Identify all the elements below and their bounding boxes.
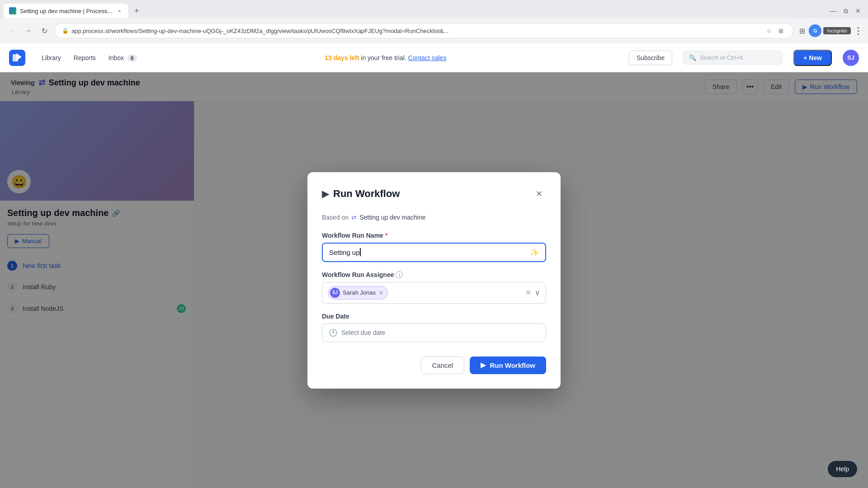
workflow-run-name-input[interactable]: Setting up ✨ xyxy=(322,243,546,262)
app-header: Library Reports Inbox 6 13 days left in … xyxy=(0,43,868,72)
run-workflow-modal-button[interactable]: ▶ Run Workflow xyxy=(470,357,546,374)
run-workflow-modal: ▶ Run Workflow ✕ Based on ⇄ Setting up d… xyxy=(307,172,561,389)
remove-assignee-icon[interactable]: ✕ xyxy=(378,290,384,296)
user-avatar[interactable]: SJ xyxy=(843,50,859,66)
trial-notice: 13 days left in your free trial. Contact… xyxy=(153,54,618,61)
help-button[interactable]: Help xyxy=(828,461,857,477)
new-button[interactable]: + New xyxy=(793,50,832,66)
reload-button[interactable]: ↻ xyxy=(38,24,51,37)
clear-assignee-icon[interactable]: ✕ xyxy=(525,288,531,297)
extensions-icon[interactable]: ⊞ xyxy=(776,26,786,36)
contact-sales-link[interactable]: Contact sales xyxy=(408,54,447,61)
based-on-name: Setting up dev machine xyxy=(359,214,425,221)
due-date-field[interactable]: 🕐 Select due date xyxy=(322,324,546,342)
tab-title: Setting up dev machine | Process... xyxy=(20,8,112,14)
toolbar-icons: ⊞ G Incognito ⋮ xyxy=(797,24,863,37)
more-options-icon[interactable]: ⋮ xyxy=(853,26,863,36)
modal-close-button[interactable]: ✕ xyxy=(532,187,546,201)
tab-favicon xyxy=(9,7,16,14)
modal-actions: Cancel ▶ Run Workflow xyxy=(322,357,546,374)
due-date-label: Due Date xyxy=(322,313,546,320)
back-button[interactable]: ← xyxy=(5,24,18,37)
assignee-name: Sarah Jonas xyxy=(343,289,376,296)
workflow-cycle-icon: ⇄ xyxy=(351,214,357,221)
search-placeholder: Search or Ctrl+K xyxy=(700,54,743,61)
trial-days-text: 13 days left xyxy=(325,54,359,61)
library-nav[interactable]: Library xyxy=(36,52,66,64)
incognito-badge[interactable]: Incognito xyxy=(823,27,851,34)
info-icon[interactable]: i xyxy=(396,271,403,278)
modal-overlay[interactable]: ▶ Run Workflow ✕ Based on ⇄ Setting up d… xyxy=(0,72,868,488)
magic-wand-icon[interactable]: ✨ xyxy=(530,248,539,257)
assignee-field[interactable]: SJ Sarah Jonas ✕ ✕ ∨ xyxy=(322,282,546,304)
workflow-run-name-value: Setting up xyxy=(329,249,360,256)
inbox-badge: 6 xyxy=(127,55,137,62)
address-icons: ☆ ⊞ xyxy=(764,26,786,36)
new-button-label: + New xyxy=(803,54,822,61)
forward-button[interactable]: → xyxy=(22,24,34,37)
required-star: * xyxy=(385,232,387,239)
assignee-dropdown-icon[interactable]: ∨ xyxy=(535,288,540,297)
inbox-nav[interactable]: Inbox 6 xyxy=(103,52,142,64)
workflow-run-name-group: Workflow Run Name * Setting up ✨ xyxy=(322,232,546,262)
modal-title-text: Run Workflow xyxy=(333,188,400,200)
assignee-avatar: SJ xyxy=(330,288,340,298)
run-workflow-play-icon: ▶ xyxy=(481,361,486,369)
reports-nav[interactable]: Reports xyxy=(68,52,101,64)
clock-icon: 🕐 xyxy=(329,328,338,337)
main-content: Viewing ⇄ Setting up dev machine Library… xyxy=(0,72,868,488)
modal-header: ▶ Run Workflow ✕ xyxy=(322,187,546,201)
modal-play-icon: ▶ xyxy=(322,188,329,199)
assignee-label: Workflow Run Assignee i xyxy=(322,271,546,278)
assignee-chip: SJ Sarah Jonas ✕ xyxy=(328,286,388,300)
window-controls: — ⧉ ✕ xyxy=(830,7,864,15)
run-workflow-modal-label: Run Workflow xyxy=(490,361,535,369)
window-restore-icon[interactable]: ⧉ xyxy=(844,7,848,15)
search-bar[interactable]: 🔍 Search or Ctrl+K xyxy=(683,51,783,65)
url-text: app.process.st/workflows/Setting-up-dev-… xyxy=(71,28,761,34)
modal-based-on: Based on ⇄ Setting up dev machine xyxy=(322,214,546,221)
profile-icon[interactable]: G xyxy=(809,24,821,37)
workflow-run-name-label: Workflow Run Name * xyxy=(322,232,546,239)
search-icon: 🔍 xyxy=(689,54,696,61)
subscribe-button[interactable]: Subscribe xyxy=(629,51,672,65)
tab-close-btn[interactable]: × xyxy=(116,7,123,14)
window-minimize-icon[interactable]: — xyxy=(830,7,836,14)
new-tab-button[interactable]: + xyxy=(130,5,143,17)
due-date-placeholder: Select due date xyxy=(341,329,385,336)
window-close-icon[interactable]: ✕ xyxy=(855,7,861,14)
address-bar[interactable]: 🔒 app.process.st/workflows/Setting-up-de… xyxy=(54,23,793,38)
workflow-run-assignee-group: Workflow Run Assignee i SJ Sarah Jonas ✕… xyxy=(322,271,546,304)
due-date-group: Due Date 🕐 Select due date xyxy=(322,313,546,342)
security-lock-icon: 🔒 xyxy=(62,28,69,34)
app-logo[interactable] xyxy=(9,50,25,66)
based-on-prefix: Based on xyxy=(322,214,349,221)
modal-title: ▶ Run Workflow xyxy=(322,188,400,200)
cancel-button[interactable]: Cancel xyxy=(421,357,465,374)
trial-suffix: in your free trial. xyxy=(361,54,408,61)
profile-extensions-icon[interactable]: ⊞ xyxy=(797,26,807,36)
browser-tab[interactable]: Setting up dev machine | Process... × xyxy=(4,4,128,18)
nav-links: Library Reports Inbox 6 xyxy=(36,52,142,64)
text-cursor xyxy=(360,248,361,256)
bookmark-icon[interactable]: ☆ xyxy=(764,26,774,36)
address-bar-row: ← → ↻ 🔒 app.process.st/workflows/Setting… xyxy=(0,18,868,43)
